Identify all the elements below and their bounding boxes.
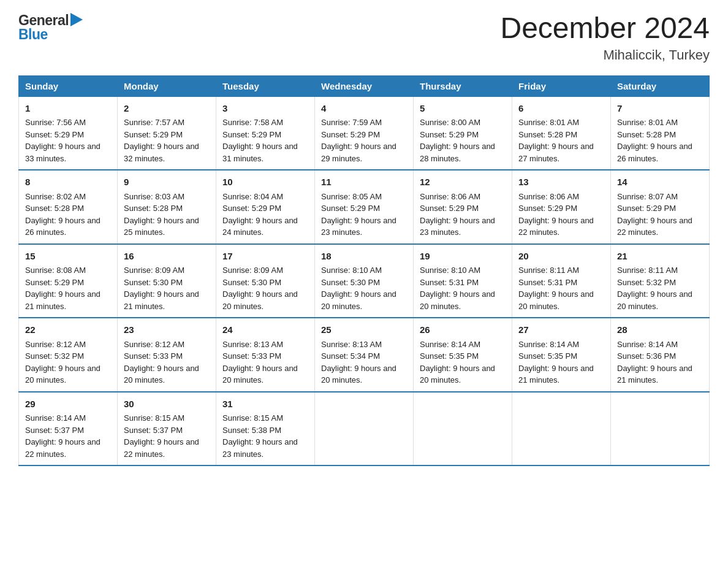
calendar-cell: 21Sunrise: 8:11 AMSunset: 5:32 PMDayligh… xyxy=(611,244,710,318)
calendar-cell xyxy=(315,392,414,466)
calendar-cell: 26Sunrise: 8:14 AMSunset: 5:35 PMDayligh… xyxy=(414,318,512,392)
calendar-cell: 18Sunrise: 8:10 AMSunset: 5:30 PMDayligh… xyxy=(315,244,414,318)
day-number: 16 xyxy=(124,250,210,264)
calendar-cell: 28Sunrise: 8:14 AMSunset: 5:36 PMDayligh… xyxy=(611,318,710,392)
day-number: 28 xyxy=(617,323,703,337)
day-number: 21 xyxy=(617,250,703,264)
day-number: 18 xyxy=(321,250,407,264)
calendar-cell: 12Sunrise: 8:06 AMSunset: 5:29 PMDayligh… xyxy=(414,170,512,244)
day-info: Sunrise: 7:58 AMSunset: 5:29 PMDaylight:… xyxy=(222,118,298,163)
calendar-cell: 22Sunrise: 8:12 AMSunset: 5:32 PMDayligh… xyxy=(19,318,118,392)
day-info: Sunrise: 8:12 AMSunset: 5:33 PMDaylight:… xyxy=(124,340,199,385)
calendar-cell: 2Sunrise: 7:57 AMSunset: 5:29 PMDaylight… xyxy=(118,96,216,170)
weekday-header-thursday: Thursday xyxy=(414,75,512,96)
calendar-cell: 6Sunrise: 8:01 AMSunset: 5:28 PMDaylight… xyxy=(512,96,611,170)
calendar-cell: 31Sunrise: 8:15 AMSunset: 5:38 PMDayligh… xyxy=(216,392,315,466)
day-info: Sunrise: 8:14 AMSunset: 5:35 PMDaylight:… xyxy=(420,340,495,385)
day-info: Sunrise: 8:14 AMSunset: 5:35 PMDaylight:… xyxy=(518,340,594,385)
day-info: Sunrise: 8:09 AMSunset: 5:30 PMDaylight:… xyxy=(222,266,298,311)
page-header: General Blue December 2024 Mihaliccik, T… xyxy=(18,12,710,63)
day-info: Sunrise: 8:11 AMSunset: 5:32 PMDaylight:… xyxy=(617,266,692,311)
weekday-header-row: SundayMondayTuesdayWednesdayThursdayFrid… xyxy=(19,75,710,96)
calendar-cell: 15Sunrise: 8:08 AMSunset: 5:29 PMDayligh… xyxy=(19,244,118,318)
day-number: 19 xyxy=(420,250,506,264)
day-number: 11 xyxy=(321,175,407,190)
calendar-cell: 30Sunrise: 8:15 AMSunset: 5:37 PMDayligh… xyxy=(118,392,216,466)
calendar-cell: 4Sunrise: 7:59 AMSunset: 5:29 PMDaylight… xyxy=(315,96,414,170)
day-number: 9 xyxy=(124,175,210,190)
title-block: December 2024 Mihaliccik, Turkey xyxy=(500,12,710,63)
calendar-cell: 27Sunrise: 8:14 AMSunset: 5:35 PMDayligh… xyxy=(512,318,611,392)
calendar-cell: 25Sunrise: 8:13 AMSunset: 5:34 PMDayligh… xyxy=(315,318,414,392)
day-number: 2 xyxy=(124,102,210,116)
day-number: 31 xyxy=(222,397,308,412)
day-info: Sunrise: 8:15 AMSunset: 5:38 PMDaylight:… xyxy=(222,413,298,459)
weekday-header-wednesday: Wednesday xyxy=(315,75,414,96)
day-info: Sunrise: 8:02 AMSunset: 5:28 PMDaylight:… xyxy=(25,192,100,237)
calendar-cell: 14Sunrise: 8:07 AMSunset: 5:29 PMDayligh… xyxy=(611,170,710,244)
day-info: Sunrise: 8:10 AMSunset: 5:30 PMDaylight:… xyxy=(321,266,396,311)
calendar-cell: 5Sunrise: 8:00 AMSunset: 5:29 PMDaylight… xyxy=(414,96,512,170)
calendar-cell: 8Sunrise: 8:02 AMSunset: 5:28 PMDaylight… xyxy=(19,170,118,244)
calendar-week-row: 8Sunrise: 8:02 AMSunset: 5:28 PMDaylight… xyxy=(19,170,710,244)
day-number: 30 xyxy=(124,397,210,412)
day-info: Sunrise: 8:14 AMSunset: 5:36 PMDaylight:… xyxy=(617,340,692,385)
day-info: Sunrise: 8:06 AMSunset: 5:29 PMDaylight:… xyxy=(420,192,495,237)
day-number: 29 xyxy=(25,397,111,412)
calendar-cell: 17Sunrise: 8:09 AMSunset: 5:30 PMDayligh… xyxy=(216,244,315,318)
day-info: Sunrise: 8:13 AMSunset: 5:34 PMDaylight:… xyxy=(321,340,396,385)
calendar-week-row: 29Sunrise: 8:14 AMSunset: 5:37 PMDayligh… xyxy=(19,392,710,466)
weekday-header-tuesday: Tuesday xyxy=(216,75,315,96)
calendar-cell: 13Sunrise: 8:06 AMSunset: 5:29 PMDayligh… xyxy=(512,170,611,244)
day-number: 6 xyxy=(518,102,604,116)
day-number: 17 xyxy=(222,250,308,264)
calendar-cell: 9Sunrise: 8:03 AMSunset: 5:28 PMDaylight… xyxy=(118,170,216,244)
day-number: 20 xyxy=(518,250,604,264)
calendar-week-row: 1Sunrise: 7:56 AMSunset: 5:29 PMDaylight… xyxy=(19,96,710,170)
day-info: Sunrise: 8:04 AMSunset: 5:29 PMDaylight:… xyxy=(222,192,298,237)
day-number: 13 xyxy=(518,175,604,190)
calendar-cell: 10Sunrise: 8:04 AMSunset: 5:29 PMDayligh… xyxy=(216,170,315,244)
calendar-cell: 23Sunrise: 8:12 AMSunset: 5:33 PMDayligh… xyxy=(118,318,216,392)
day-info: Sunrise: 8:12 AMSunset: 5:32 PMDaylight:… xyxy=(25,340,100,385)
day-number: 23 xyxy=(124,323,210,337)
svg-marker-0 xyxy=(70,13,83,26)
day-number: 1 xyxy=(25,102,111,116)
day-info: Sunrise: 8:06 AMSunset: 5:29 PMDaylight:… xyxy=(518,192,594,237)
day-number: 8 xyxy=(25,175,111,190)
calendar-table: SundayMondayTuesdayWednesdayThursdayFrid… xyxy=(18,75,710,467)
calendar-cell xyxy=(414,392,512,466)
calendar-cell: 19Sunrise: 8:10 AMSunset: 5:31 PMDayligh… xyxy=(414,244,512,318)
day-info: Sunrise: 8:11 AMSunset: 5:31 PMDaylight:… xyxy=(518,266,594,311)
day-info: Sunrise: 8:09 AMSunset: 5:30 PMDaylight:… xyxy=(124,266,199,311)
day-number: 3 xyxy=(222,102,308,116)
day-number: 24 xyxy=(222,323,308,337)
calendar-cell xyxy=(512,392,611,466)
day-info: Sunrise: 8:10 AMSunset: 5:31 PMDaylight:… xyxy=(420,266,495,311)
calendar-cell: 11Sunrise: 8:05 AMSunset: 5:29 PMDayligh… xyxy=(315,170,414,244)
logo-triangle-icon xyxy=(70,13,83,29)
calendar-cell: 7Sunrise: 8:01 AMSunset: 5:28 PMDaylight… xyxy=(611,96,710,170)
day-number: 22 xyxy=(25,323,111,337)
day-info: Sunrise: 8:15 AMSunset: 5:37 PMDaylight:… xyxy=(124,413,199,459)
day-number: 4 xyxy=(321,102,407,116)
calendar-cell: 20Sunrise: 8:11 AMSunset: 5:31 PMDayligh… xyxy=(512,244,611,318)
location-title: Mihaliccik, Turkey xyxy=(500,47,710,63)
day-number: 27 xyxy=(518,323,604,337)
day-number: 25 xyxy=(321,323,407,337)
weekday-header-monday: Monday xyxy=(118,75,216,96)
day-info: Sunrise: 8:00 AMSunset: 5:29 PMDaylight:… xyxy=(420,118,495,163)
day-info: Sunrise: 7:59 AMSunset: 5:29 PMDaylight:… xyxy=(321,118,396,163)
calendar-week-row: 22Sunrise: 8:12 AMSunset: 5:32 PMDayligh… xyxy=(19,318,710,392)
day-info: Sunrise: 8:01 AMSunset: 5:28 PMDaylight:… xyxy=(518,118,594,163)
day-info: Sunrise: 7:56 AMSunset: 5:29 PMDaylight:… xyxy=(25,118,100,163)
weekday-header-sunday: Sunday xyxy=(19,75,118,96)
calendar-cell: 29Sunrise: 8:14 AMSunset: 5:37 PMDayligh… xyxy=(19,392,118,466)
day-info: Sunrise: 8:07 AMSunset: 5:29 PMDaylight:… xyxy=(617,192,692,237)
logo-blue-text: Blue xyxy=(18,26,48,43)
calendar-cell: 24Sunrise: 8:13 AMSunset: 5:33 PMDayligh… xyxy=(216,318,315,392)
weekday-header-saturday: Saturday xyxy=(611,75,710,96)
weekday-header-friday: Friday xyxy=(512,75,611,96)
day-info: Sunrise: 8:03 AMSunset: 5:28 PMDaylight:… xyxy=(124,192,199,237)
day-info: Sunrise: 8:14 AMSunset: 5:37 PMDaylight:… xyxy=(25,413,100,459)
